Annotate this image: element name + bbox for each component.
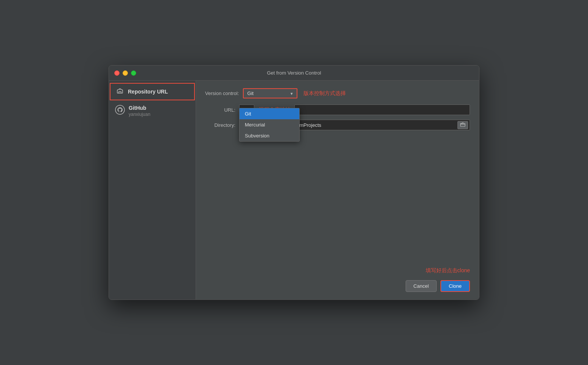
github-name: GitHub	[129, 105, 150, 111]
browse-button[interactable]	[457, 121, 468, 129]
clone-button[interactable]: Clone	[440, 280, 470, 292]
repository-url-label: Repository URL	[128, 89, 168, 95]
version-control-dropdown[interactable]: Git Mercurial Subversion	[239, 108, 300, 142]
url-label: URL:	[205, 107, 235, 113]
close-button[interactable]	[114, 70, 120, 76]
dropdown-option-mercurial[interactable]: Mercurial	[240, 119, 299, 130]
dialog-body: Repository URL GitHub yanxiujuan Version…	[109, 81, 479, 299]
dropdown-option-subversion[interactable]: Subversion	[240, 130, 299, 141]
url-input-main[interactable]	[294, 105, 470, 115]
bottom-annotation: 填写好后点击clone	[205, 267, 470, 274]
version-control-row: Version control: Git Mercurial Subversio…	[205, 88, 470, 98]
dialog-title: Get from Version Control	[267, 70, 321, 76]
github-username: yanxiujuan	[129, 112, 150, 117]
github-icon	[115, 105, 125, 115]
cancel-button[interactable]: Cancel	[406, 280, 437, 292]
traffic-lights	[114, 70, 136, 76]
svg-point-0	[115, 105, 124, 114]
sidebar-item-repository-url[interactable]: Repository URL	[110, 83, 195, 100]
version-control-select[interactable]: Git Mercurial Subversion	[244, 89, 297, 98]
vc-select-wrapper[interactable]: Git Mercurial Subversion ▼	[243, 88, 297, 98]
svg-rect-1	[460, 123, 465, 126]
maximize-button[interactable]	[131, 70, 136, 76]
sidebar: Repository URL GitHub yanxiujuan	[109, 81, 196, 299]
dropdown-option-git[interactable]: Git	[240, 108, 299, 119]
vc-label: Version control:	[205, 90, 239, 96]
directory-label: Directory:	[205, 122, 235, 128]
get-from-vcs-dialog: Get from Version Control Repository URL	[109, 65, 479, 300]
button-row: Cancel Clone	[205, 279, 470, 292]
minimize-button[interactable]	[123, 70, 128, 76]
vc-annotation: 版本控制方式选择	[303, 90, 346, 97]
main-content: Version control: Git Mercurial Subversio…	[196, 81, 479, 299]
github-text: GitHub yanxiujuan	[129, 105, 150, 117]
repo-url-icon	[116, 87, 124, 96]
titlebar: Get from Version Control	[109, 66, 479, 81]
sidebar-item-github[interactable]: GitHub yanxiujuan	[110, 101, 195, 121]
